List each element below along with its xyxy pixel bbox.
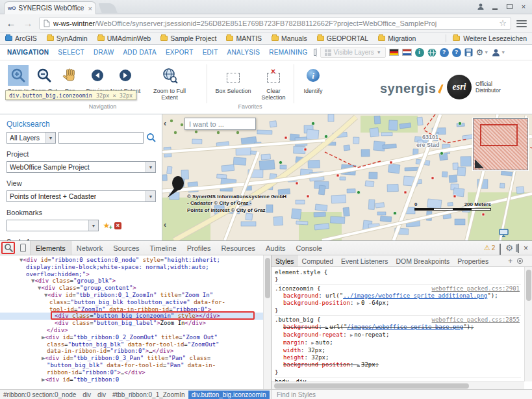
css-url-link[interactable]: /images/weboffice_sprite_base.png <box>347 324 463 330</box>
bookmark-item[interactable]: Manuals <box>272 34 307 42</box>
console-drawer-icon[interactable] <box>500 244 501 252</box>
bookmark-item[interactable]: UMAdminWeb <box>97 34 151 42</box>
breadcrumb-item[interactable]: #ribbon:0 section:0_node <box>0 391 79 399</box>
expand-arrow-icon[interactable]: ▶ <box>350 333 353 338</box>
stylesheet-link[interactable]: weboffice_packed.css:2901 <box>432 285 521 292</box>
style-property[interactable]: background-repeat: ▶no-repeat; <box>275 331 521 339</box>
address-bar[interactable]: w-ws-wintner/WebOffice/synserver;jsessio… <box>39 17 511 30</box>
browser-tab[interactable]: wO SYNERGIS WebOffice Web × <box>4 1 96 14</box>
style-property[interactable]: background-position: ▶32px; <box>275 361 521 369</box>
dom-line[interactable]: class="button_big_blk" data-for-tool-id=… <box>0 341 263 348</box>
menu-button[interactable] <box>516 19 527 27</box>
devtools-tab-timeline[interactable]: Timeline <box>145 241 182 255</box>
maximize-button[interactable] <box>502 1 516 12</box>
save-icon[interactable] <box>464 48 473 57</box>
overview-resize-icon[interactable] <box>475 159 484 168</box>
dom-line[interactable]: </div> <box>0 327 263 334</box>
box-selection-button[interactable]: Box Selection <box>214 65 252 94</box>
style-property[interactable]: width: 32px; <box>275 347 521 354</box>
bookmark-item[interactable]: Migration <box>378 34 416 42</box>
style-property[interactable]: background: ▶url("/images/weboffice_spri… <box>275 324 521 331</box>
expand-arrow-icon[interactable]: ▶ <box>325 325 328 330</box>
bookmarks-more-button[interactable]: Weitere Lesezeichen <box>446 34 527 42</box>
bookmark-item[interactable]: GEOPORTAL <box>317 34 368 42</box>
ribbon-tab-add-data[interactable]: ADD DATA <box>118 49 160 56</box>
dom-line[interactable]: display:inline-block;white-space: normal… <box>0 264 263 271</box>
style-property[interactable]: background: url("../images/weboffice_spr… <box>275 292 521 300</box>
find-in-styles-input[interactable]: Find in Styles <box>272 390 532 399</box>
ribbon-tab-remaining[interactable]: REMAINING <box>264 49 312 56</box>
devtools-tab-network[interactable]: Network <box>71 241 108 255</box>
devtools-tab-profiles[interactable]: Profiles <box>182 241 216 255</box>
display-icon[interactable] <box>499 229 509 238</box>
ribbon-tab-edit[interactable]: EDIT <box>198 49 223 56</box>
view-select[interactable]: Points of Interest + Cadaster ▼ <box>6 190 156 202</box>
layers-filter-select[interactable]: All Layers ▼ <box>6 132 56 144</box>
overview-map[interactable] <box>473 118 528 170</box>
expand-arrow-icon[interactable]: ▶ <box>357 363 360 368</box>
device-mode-button[interactable] <box>16 242 30 255</box>
devtools-tab-sources[interactable]: Sources <box>108 241 144 255</box>
minimize-button[interactable] <box>488 1 502 12</box>
dom-line[interactable]: ▼<div id="tbb_ribbon:0_1_ZoomIn" title="… <box>0 292 263 299</box>
styles-tab-dom-breakpoints[interactable]: DOM Breakpoints <box>392 255 453 266</box>
ribbon-tab-draw[interactable]: DRAW <box>89 49 118 56</box>
style-property[interactable]: height: 32px; <box>275 354 521 361</box>
styles-hscrollbar[interactable] <box>272 381 524 389</box>
dom-line[interactable]: ribbon-id="ribbon:0">…</div> <box>0 369 263 376</box>
dom-line[interactable]: ▼<div class="group_content"> <box>0 285 263 292</box>
new-style-rule-icon[interactable]: + <box>508 257 513 265</box>
css-url-link[interactable]: ../images/weboffice_sprite_additional.pn… <box>343 292 487 299</box>
user-button[interactable]: ▼ <box>492 48 505 57</box>
warning-badge[interactable]: ⚠2 <box>484 244 495 251</box>
dom-line[interactable]: ▼<div id="ribbon:0 section:0_node" style… <box>0 257 263 264</box>
dom-line[interactable]: class="button_big_blk toolbutton_active"… <box>0 299 263 306</box>
ribbon-tab-export[interactable]: EXPORT <box>161 49 198 56</box>
visible-layers-button[interactable]: Visible Layers ▼ <box>320 47 386 58</box>
add-bookmark-icon[interactable]: ★ <box>101 222 112 229</box>
breadcrumb-item[interactable]: div <box>94 391 109 399</box>
styles-tab-properties[interactable]: Properties <box>453 255 492 266</box>
style-property[interactable]: background-position: ▶0 -64px; <box>275 300 521 307</box>
expand-arrow-icon[interactable]: ▶ <box>357 301 360 306</box>
dom-line[interactable]: ▶<div id="tbb_ribbon:0_3_Pan" title="Pan… <box>0 355 263 362</box>
settings-button[interactable]: ⚙▼ <box>476 48 489 57</box>
dom-line[interactable]: <div class="button_big_label">Zoom In</d… <box>0 320 263 327</box>
dom-line[interactable]: ▼<div class="group_blk"> <box>0 277 263 285</box>
inspect-element-button[interactable] <box>1 242 16 255</box>
dock-side-icon[interactable] <box>518 244 519 252</box>
stylesheet-link[interactable]: weboffice_packed.css:2855 <box>432 316 521 324</box>
ribbon-tab-select[interactable]: SELECT <box>53 49 89 56</box>
styles-tab-event-listeners[interactable]: Event Listeners <box>337 255 392 266</box>
styles-tab-computed[interactable]: Computed <box>298 255 337 266</box>
breadcrumb-item[interactable]: div <box>79 391 94 399</box>
devtools-tab-resources[interactable]: Resources <box>216 241 260 255</box>
dom-line[interactable]: ▶<div id="tbb_ribbon:0_2_ZoomOut" title=… <box>0 334 263 341</box>
style-rule[interactable]: element.style {} <box>275 268 521 285</box>
forward-button[interactable]: → <box>22 18 34 28</box>
expand-arrow-icon[interactable]: ▶ <box>311 341 314 346</box>
breadcrumb-item[interactable]: div.button_big.iconzoomin <box>188 391 270 399</box>
zoom-full-extent-button[interactable]: Zoom to Full Extent <box>147 65 192 101</box>
clear-selection-button[interactable]: × Clear Selection <box>255 65 292 101</box>
dom-line[interactable]: overflow:hidden;"> <box>0 271 263 278</box>
back-button[interactable]: ← <box>5 18 17 28</box>
ribbon-tab-analysis[interactable]: ANALYSIS <box>223 49 265 56</box>
dom-line[interactable]: <div class="button_big iconzoomin" style… <box>0 313 263 320</box>
ribbon-tab-navigation[interactable]: NAVIGATION <box>3 49 53 56</box>
styles-tab-styles[interactable]: Styles <box>272 255 298 266</box>
element-state-icon[interactable] <box>517 258 523 264</box>
dom-line[interactable]: ▶<div id="tbb_ribbon:0 <box>0 376 263 383</box>
devtools-tab-audits[interactable]: Audits <box>260 241 291 255</box>
bookmark-item[interactable]: Sample Project <box>160 34 216 42</box>
close-button[interactable]: × <box>516 1 531 12</box>
devtools-settings-icon[interactable]: ⚙ <box>505 244 513 252</box>
devtools-tab-console[interactable]: Console <box>291 241 327 255</box>
help-icon[interactable]: ? <box>440 48 449 57</box>
collapse-panel-icon[interactable]: ‹ <box>164 221 166 229</box>
style-rule[interactable]: .button_big {weboffice_packed.css:2855ba… <box>275 316 521 378</box>
style-rule[interactable]: .iconzoomin {weboffice_packed.css:2901ba… <box>275 285 521 316</box>
bookmark-star-icon[interactable]: ☆ <box>499 19 507 27</box>
info-icon[interactable]: i <box>415 48 424 57</box>
i-want-to-input[interactable]: I want to ... <box>184 118 256 130</box>
